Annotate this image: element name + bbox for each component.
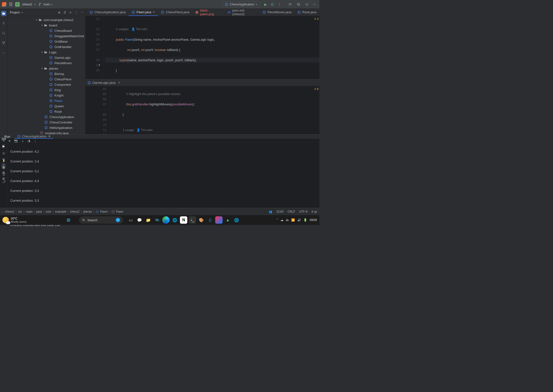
expand-all-icon[interactable]: ⇵ bbox=[63, 11, 66, 14]
chat-icon[interactable]: 💬 bbox=[136, 216, 143, 224]
stop-button[interactable]: ■ bbox=[9, 139, 11, 143]
tree-class[interactable]: CGridBase bbox=[7, 39, 85, 44]
tool-options-icon[interactable]: ⋮ bbox=[75, 11, 78, 14]
debug-button[interactable] bbox=[270, 2, 274, 6]
tree-class[interactable]: CChessController bbox=[7, 120, 85, 125]
line-sep[interactable]: CRLF bbox=[288, 210, 295, 213]
code-with-me-status-icon[interactable]: 👥 bbox=[269, 210, 272, 213]
tree-class[interactable]: CDraggableMakerGrid bbox=[7, 33, 85, 39]
tree-class[interactable]: CChessBoard bbox=[7, 28, 85, 33]
tree-class[interactable]: CKnight bbox=[7, 93, 85, 98]
paint-icon[interactable]: 🎨 bbox=[198, 216, 205, 224]
project-tool-button[interactable] bbox=[1, 11, 6, 16]
terminal-icon[interactable]: ›_ bbox=[189, 216, 196, 224]
breadcrumb-item[interactable]: com bbox=[46, 210, 51, 213]
profiler-tool-button[interactable]: ▣ bbox=[2, 166, 5, 169]
tree-class-pawn[interactable]: CPawn bbox=[7, 98, 85, 103]
caret-position[interactable]: 15:63 bbox=[276, 210, 284, 213]
tree-folder-pieces[interactable]: ▾pieces bbox=[7, 66, 85, 71]
editor-gamelogic[interactable]: C GameLogic.java ✕ ⚠ 8 64 65 66 67 68 69… bbox=[86, 79, 319, 134]
tab-piecemoves[interactable]: CPieceMoves.java bbox=[260, 9, 294, 16]
tray-chevron-icon[interactable]: ˄ bbox=[276, 218, 278, 222]
tree-folder-logic[interactable]: ▾Logic bbox=[7, 49, 85, 55]
chrome2-icon[interactable]: 🌐 bbox=[233, 216, 240, 224]
breadcrumb-item[interactable]: java bbox=[36, 210, 42, 213]
task-view-icon[interactable]: ▭ bbox=[127, 216, 134, 224]
tab-chessapplication[interactable]: CChessApplication.java bbox=[87, 9, 129, 16]
settings-icon[interactable] bbox=[305, 2, 309, 6]
commit-tool-button[interactable] bbox=[1, 21, 6, 26]
layout-icon[interactable]: ◑ bbox=[27, 139, 30, 143]
code-area[interactable]: // Highlight the piece's possible moves.… bbox=[110, 86, 319, 134]
close-tab-icon[interactable]: ✕ bbox=[153, 11, 155, 14]
gutter[interactable]: 64 65 66 67 68 69 70 71 72 73 bbox=[86, 86, 110, 134]
tree-class[interactable]: CChessApplication bbox=[7, 114, 85, 120]
breadcrumb-item[interactable]: chess2 bbox=[70, 210, 79, 213]
breadcrumb-item[interactable]: pieces bbox=[83, 210, 92, 213]
tree-class[interactable]: CKing bbox=[7, 87, 85, 93]
tree-class[interactable]: CComponent bbox=[7, 82, 85, 87]
tree-class[interactable]: CHelloApplication bbox=[7, 125, 85, 130]
select-opened-file-icon[interactable]: ⊕ bbox=[58, 11, 61, 14]
tree-class[interactable]: CGridHandler bbox=[7, 44, 85, 49]
split-tab-gamelogic[interactable]: C GameLogic.java ✕ bbox=[86, 79, 319, 86]
battery-icon[interactable]: 🔋 bbox=[303, 218, 307, 222]
more-actions-icon[interactable]: ⋮ bbox=[278, 2, 281, 6]
hide-tool-icon[interactable]: − bbox=[81, 11, 83, 14]
breadcrumb-item[interactable]: chess2 bbox=[5, 210, 14, 213]
tree-package[interactable]: ▾com.example.chess2 bbox=[7, 17, 85, 23]
chevron-down-icon[interactable]: ▾ bbox=[22, 11, 23, 14]
services-tool-button[interactable]: ⬡ bbox=[2, 151, 5, 155]
override-gutter-icon[interactable]: ⬆ bbox=[99, 62, 101, 68]
tree-class[interactable]: CPieceMoves bbox=[7, 60, 85, 66]
search-icon[interactable] bbox=[297, 2, 301, 6]
git-tool-button[interactable]: ⎇ bbox=[2, 180, 6, 184]
tree-class[interactable]: CGameLogic bbox=[7, 55, 85, 60]
onedrive-icon[interactable]: ☁ bbox=[280, 218, 283, 222]
store-icon[interactable]: 🛍 bbox=[153, 216, 161, 224]
terminal-tool-button[interactable]: ⌨ bbox=[1, 137, 6, 141]
tab-black-pawn-png[interactable]: ▦black-pawn.png bbox=[192, 9, 225, 16]
indent[interactable]: 4 sp bbox=[311, 210, 317, 213]
close-tab-icon[interactable]: ✕ bbox=[48, 135, 51, 138]
weather-widget[interactable]: 20°C Mostly sunny bbox=[2, 217, 26, 223]
more-icon[interactable]: ⋮ bbox=[34, 139, 37, 143]
more-tool-button[interactable]: ⋯ bbox=[1, 50, 6, 55]
minimize-button[interactable]: − bbox=[313, 2, 315, 7]
main-menu-icon[interactable]: ☰ bbox=[9, 2, 13, 7]
tab-pawn[interactable]: CPawn.java✕ bbox=[129, 9, 158, 16]
tab-chesspiece[interactable]: CChessPiece.java bbox=[158, 9, 192, 16]
chrome-icon[interactable]: 🌐 bbox=[171, 216, 178, 224]
language-icon[interactable]: 🖮 bbox=[286, 218, 289, 222]
tree-module-info[interactable]: module-info.java bbox=[7, 130, 85, 134]
ide-logo[interactable] bbox=[2, 2, 6, 7]
project-name[interactable]: chess2 bbox=[22, 2, 32, 6]
collapse-all-icon[interactable]: ⤫ bbox=[69, 11, 72, 14]
structure-tool-button[interactable] bbox=[1, 40, 6, 46]
encoding[interactable]: UTF-8 bbox=[299, 210, 307, 213]
chevron-down-icon[interactable]: ▾ bbox=[35, 3, 36, 6]
taskbar-search[interactable]: Search bbox=[79, 216, 123, 224]
gutter[interactable]: 12 13 14 15 16 17 18 19⬆ 20 bbox=[86, 16, 103, 79]
breadcrumb-item[interactable]: Pawn bbox=[116, 210, 123, 213]
android-studio-icon[interactable]: ▲ bbox=[224, 216, 231, 224]
vscode-icon[interactable]: ⟨⟩ bbox=[206, 216, 214, 224]
run-button[interactable]: ▶ bbox=[264, 2, 267, 6]
explorer-icon[interactable]: 📁 bbox=[145, 216, 152, 224]
edge-icon[interactable] bbox=[162, 216, 170, 224]
intellij-icon[interactable] bbox=[215, 216, 223, 224]
run-config-selector[interactable]: C ChessApplication ▾ bbox=[222, 1, 260, 7]
build-tool-button[interactable]: ▮ bbox=[3, 159, 5, 162]
code-with-me-icon[interactable] bbox=[288, 2, 292, 6]
system-tray[interactable]: ˄ ☁ 🖮 📶 🔊 🔋 09/09 bbox=[276, 218, 317, 222]
tree-class[interactable]: CRook bbox=[7, 109, 85, 114]
clock-date[interactable]: 09/09 bbox=[310, 218, 317, 222]
tree-class[interactable]: CBishop bbox=[7, 71, 85, 76]
tree-class[interactable]: CChessPiece bbox=[7, 76, 85, 82]
breadcrumb-item[interactable]: example bbox=[55, 210, 66, 213]
close-tab-icon[interactable]: ✕ bbox=[118, 81, 120, 84]
tab-pom[interactable]: mpom.xml (chess2) bbox=[225, 9, 260, 16]
tab-rook[interactable]: CRook.java bbox=[294, 9, 319, 16]
project-tool-title[interactable]: Project bbox=[10, 11, 20, 14]
tree-class[interactable]: CQueen bbox=[7, 103, 85, 109]
